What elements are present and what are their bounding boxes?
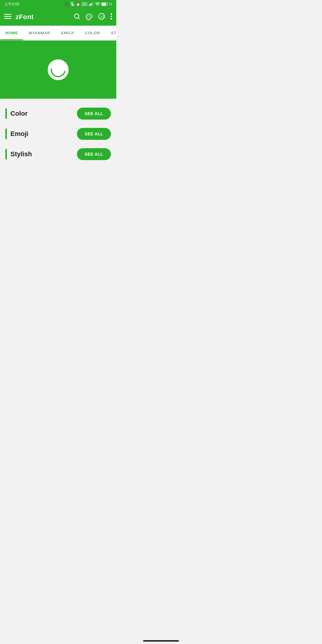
stylish-see-all-button[interactable]: SEE ALL [77, 148, 111, 160]
color-accent-bar [5, 108, 7, 119]
menu-button[interactable] [4, 14, 11, 20]
svg-point-16 [87, 17, 88, 18]
svg-rect-6 [92, 3, 92, 6]
emoji-see-all-button[interactable]: SEE ALL [77, 128, 111, 140]
font-button[interactable]: A [98, 13, 105, 21]
svg-point-17 [88, 16, 89, 16]
status-time: 上午9:55 [4, 1, 19, 7]
tabs-container: HOME MYANMAR EMOJI COLOR STYLIS… [0, 26, 116, 41]
stylish-section-label: Stylish [10, 150, 32, 158]
emoji-label-wrapper: Emoji [5, 129, 28, 139]
tab-home[interactable]: HOME [0, 26, 23, 40]
status-icons: 🎧 ⏰ HD [65, 2, 112, 7]
emoji-accent-bar [5, 129, 7, 139]
banner [0, 41, 116, 99]
emoji-section-label: Emoji [10, 130, 28, 138]
stylish-section-row: Stylish SEE ALL [5, 148, 111, 160]
svg-point-22 [111, 13, 112, 15]
palette-button[interactable] [86, 13, 93, 21]
alarm-icon: ⏰ [76, 2, 80, 6]
color-label-wrapper: Color [5, 108, 27, 119]
svg-point-23 [111, 16, 112, 17]
emoji-section-row: Emoji SEE ALL [5, 128, 111, 140]
more-button[interactable] [111, 13, 112, 21]
wifi-icon [95, 2, 100, 6]
banner-circle [48, 59, 69, 80]
mute-icon [70, 2, 75, 7]
app-title: zFont [16, 13, 69, 21]
tab-myanmar[interactable]: MYANMAR [23, 26, 55, 40]
stylish-accent-bar [5, 149, 7, 160]
battery-level: 72 [109, 2, 112, 6]
signal-icon [89, 2, 94, 6]
svg-rect-4 [90, 4, 90, 6]
svg-point-18 [89, 16, 90, 16]
tab-emoji[interactable]: EMOJI [56, 26, 80, 40]
loading-spinner [48, 59, 69, 80]
svg-text:A: A [100, 15, 103, 19]
color-section-label: Color [10, 110, 27, 117]
svg-point-19 [90, 16, 91, 17]
hd-icon: HD [82, 2, 87, 6]
battery-icon: 72 [101, 2, 112, 6]
search-button[interactable] [74, 13, 80, 21]
status-bar: 上午9:55 🎧 ⏰ HD [0, 0, 116, 8]
tab-color[interactable]: COLOR [80, 26, 106, 40]
svg-rect-7 [93, 2, 93, 6]
color-see-all-button[interactable]: SEE ALL [77, 108, 111, 120]
svg-point-24 [111, 18, 112, 19]
svg-line-15 [78, 18, 79, 19]
headphone-icon: 🎧 [65, 2, 69, 6]
content-area: Color SEE ALL Emoji SEE ALL Stylish SEE … [0, 99, 116, 174]
svg-point-8 [97, 5, 98, 6]
svg-rect-10 [102, 3, 106, 5]
svg-rect-5 [91, 3, 91, 6]
app-bar: zFont A [0, 8, 116, 26]
app-bar-actions: A [74, 13, 112, 21]
color-section-row: Color SEE ALL [5, 108, 111, 120]
tab-stylish[interactable]: STYLIS… [106, 26, 116, 40]
stylish-label-wrapper: Stylish [5, 149, 32, 160]
svg-rect-3 [89, 4, 89, 6]
